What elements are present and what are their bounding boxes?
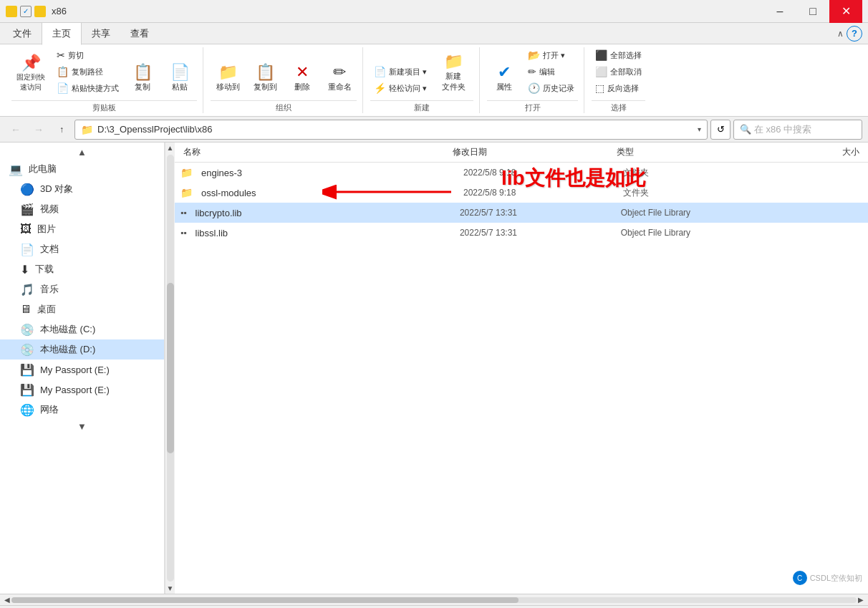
sidebar-item-documents[interactable]: 📄 文档 [0, 239, 164, 259]
close-button[interactable]: ✕ [829, 0, 862, 23]
select-all-button[interactable]: ⬛ 全部选择 [592, 47, 645, 63]
music-icon: 🎵 [20, 283, 34, 296]
paste-shortcut-icon: 📄 [57, 82, 69, 94]
sidebar-label-network: 网络 [40, 403, 59, 416]
new-folder-button[interactable]: 📁 新建文件夹 [433, 50, 473, 96]
lib-icon-libcrypto: ▪▪ [180, 208, 187, 218]
file-row-libcrypto[interactable]: ▪▪ libcrypto.lib 2022/5/7 13:31 Object F… [175, 203, 868, 223]
cut-button[interactable]: ✂ 剪切 [53, 47, 122, 63]
sidebar-item-video[interactable]: 🎬 视频 [0, 199, 164, 219]
ribbon-chevron-icon[interactable]: ∧ [837, 29, 844, 39]
address-bar[interactable]: 📁 D:\3_OpensslProject\lib\x86 ▾ [74, 120, 708, 140]
sidebar-item-passport-2[interactable]: 💾 My Passport (E:) [0, 380, 164, 400]
sidebar-item-drive-d[interactable]: 💿 本地磁盘 (D:) [0, 339, 164, 360]
scroll-thumb[interactable] [11, 597, 519, 603]
sidebar-item-computer[interactable]: 💻 此电脑 [0, 159, 164, 179]
sidebar-scroll-up-btn[interactable]: ▲ [165, 143, 175, 153]
sidebar-item-downloads[interactable]: ⬇ 下载 [0, 259, 164, 279]
ribbon-tabs: 文件 主页 共享 查看 ∧ ? [0, 23, 868, 44]
copy-path-button[interactable]: 📋 复制路径 [53, 64, 122, 79]
scroll-right-btn[interactable]: ▶ [857, 596, 865, 604]
organize-buttons: 📁 移动到 📋 复制到 ✕ 删除 ✏ 重命名 [211, 47, 357, 99]
sidebar-label-passport-2: My Passport (E:) [40, 385, 110, 395]
refresh-button[interactable]: ↺ [710, 120, 730, 140]
sidebar-item-pictures[interactable]: 🖼 图片 [0, 219, 164, 239]
sidebar-item-passport-1[interactable]: 💾 My Passport (E:) [0, 360, 164, 380]
forward-button[interactable]: → [29, 120, 49, 140]
tab-view[interactable]: 查看 [120, 23, 159, 44]
copy-icon: 📋 [133, 64, 153, 80]
sidebar-item-drive-c[interactable]: 💿 本地磁盘 (C:) [0, 319, 164, 339]
sidebar-scroll-thumb[interactable] [167, 283, 174, 453]
desktop-icon: 🖥 [20, 303, 32, 316]
edit-icon: ✏ [528, 66, 536, 77]
delete-button[interactable]: ✕ 删除 [285, 61, 319, 96]
maximize-button[interactable]: □ [796, 0, 829, 23]
sidebar-label-documents: 文档 [40, 243, 59, 256]
tab-file[interactable]: 文件 [3, 23, 42, 44]
sidebar-label-passport-1: My Passport (E:) [40, 365, 110, 375]
col-type-header[interactable]: 类型 [614, 146, 778, 158]
col-size-header[interactable]: 大小 [778, 146, 862, 158]
edit-button[interactable]: ✏ 编辑 [524, 64, 578, 79]
history-button[interactable]: 🕐 历史记录 [524, 80, 578, 96]
tab-home[interactable]: 主页 [42, 22, 82, 45]
ribbon-group-select: ⬛ 全部选择 ⬜ 全部取消 ⬚ 反向选择 选择 [586, 47, 651, 113]
tab-share[interactable]: 共享 [82, 23, 120, 44]
copy-to-button[interactable]: 📋 复制到 [248, 61, 282, 96]
select-none-icon: ⬜ [595, 66, 607, 77]
sidebar-item-3d[interactable]: 🔵 3D 对象 [0, 179, 164, 199]
watermark-icon: C [793, 571, 807, 585]
lib-icon-libssl: ▪▪ [180, 228, 187, 238]
ribbon-group-open: ✔ 属性 📂 打开 ▾ ✏ 编辑 🕐 历史记录 [481, 47, 584, 113]
up-button[interactable]: ↑ [52, 120, 72, 140]
scroll-left-btn[interactable]: ◀ [3, 596, 11, 604]
select-label: 选择 [592, 100, 645, 113]
file-row-ossl[interactable]: 📁 ossl-modules 2022/5/8 9:18 文件夹 [175, 183, 868, 203]
search-bar[interactable]: 🔍 在 x86 中搜索 [733, 120, 862, 140]
easy-access-button[interactable]: ⚡ 轻松访问 ▾ [370, 80, 430, 96]
watermark: C CSDL空依知初 [793, 571, 862, 585]
paste-shortcut-button[interactable]: 📄 粘贴快捷方式 [53, 80, 122, 96]
copy-button[interactable]: 📋 复制 [125, 61, 160, 96]
new-folder-icon: 📁 [444, 54, 463, 69]
file-date-libssl: 2022/5/7 13:31 [457, 228, 618, 238]
paste-button[interactable]: 📄 粘贴 [163, 61, 197, 96]
rename-button[interactable]: ✏ 重命名 [322, 61, 357, 96]
delete-icon: ✕ [296, 64, 309, 80]
move-to-button[interactable]: 📁 移动到 [211, 61, 245, 96]
window-controls: – □ ✕ [763, 0, 862, 23]
sidebar-scrollbar[interactable]: ▲ ▼ [165, 143, 175, 594]
back-button[interactable]: ← [6, 120, 26, 140]
sidebar-scroll-track [167, 155, 174, 582]
file-list-header: 名称 修改日期 类型 大小 [175, 143, 868, 163]
sidebar-item-network[interactable]: 🌐 网络 [0, 400, 164, 420]
properties-button[interactable]: ✔ 属性 [487, 61, 521, 96]
sidebar-item-music[interactable]: 🎵 音乐 [0, 279, 164, 299]
sidebar-scroll-up[interactable]: ▲ [0, 145, 164, 159]
select-none-button[interactable]: ⬜ 全部取消 [592, 64, 645, 79]
open-icon: 📂 [528, 49, 540, 61]
minimize-button[interactable]: – [763, 0, 796, 23]
col-date-header[interactable]: 修改日期 [450, 146, 614, 158]
sidebar-label-video: 视频 [40, 203, 59, 216]
sidebar-item-desktop[interactable]: 🖥 桌面 [0, 299, 164, 319]
pin-quick-access-button[interactable]: 📌 固定到快速访问 [11, 52, 50, 96]
col-name-header[interactable]: 名称 [180, 146, 450, 158]
search-icon: 🔍 [740, 124, 751, 135]
file-row-engines[interactable]: 📁 engines-3 2022/5/8 9:18 文件夹 [175, 163, 868, 183]
address-dropdown-icon[interactable]: ▾ [698, 125, 701, 133]
invert-selection-button[interactable]: ⬚ 反向选择 [592, 80, 645, 96]
sidebar-label-3d: 3D 对象 [40, 183, 73, 196]
sidebar-scroll-down[interactable]: ▼ [0, 420, 164, 433]
window-title: x86 [52, 6, 763, 16]
file-row-libssl[interactable]: ▪▪ libssl.lib 2022/5/7 13:31 Object File… [175, 223, 868, 243]
new-item-button[interactable]: 📄 新建项目 ▾ [370, 64, 430, 79]
help-icon[interactable]: ? [847, 26, 862, 42]
open-button[interactable]: 📂 打开 ▾ [524, 47, 578, 63]
pictures-icon: 🖼 [20, 223, 32, 236]
sidebar-scroll-down-btn[interactable]: ▼ [165, 583, 175, 594]
file-type-engines: 文件夹 [620, 167, 780, 179]
computer-icon: 💻 [9, 163, 23, 176]
horizontal-scrollbar[interactable]: ◀ ▶ [0, 594, 868, 605]
